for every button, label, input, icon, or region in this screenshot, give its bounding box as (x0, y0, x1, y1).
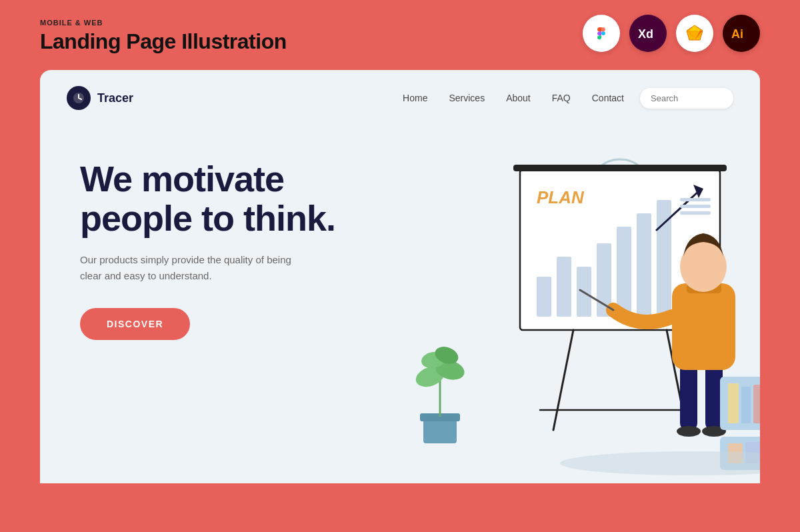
navbar: Tracer Home Services About FAQ Contact (40, 70, 760, 126)
svg-point-30 (677, 426, 701, 437)
nav-contact[interactable]: Contact (592, 93, 624, 103)
svg-rect-18 (537, 277, 551, 317)
hero-heading: We motivate people to think. (80, 159, 335, 239)
svg-rect-13 (513, 165, 727, 171)
svg-rect-47 (753, 385, 760, 423)
nav-home[interactable]: Home (403, 93, 427, 103)
nav-faq[interactable]: FAQ (552, 93, 571, 103)
svg-rect-25 (680, 198, 711, 201)
banner: MOBILE & WEB Landing Page Illustration X… (0, 0, 800, 70)
svg-rect-23 (637, 213, 651, 317)
figma-icon (583, 15, 620, 52)
svg-text:Xd: Xd (638, 27, 653, 41)
hero-text: We motivate people to think. Our product… (80, 146, 335, 340)
svg-rect-46 (741, 387, 751, 423)
ai-icon: Ai (723, 15, 760, 52)
logo-icon (67, 86, 91, 110)
logo: Tracer (67, 86, 133, 110)
svg-rect-28 (680, 363, 697, 430)
nav-services[interactable]: Services (449, 93, 485, 103)
search-input[interactable] (640, 88, 733, 109)
hero-subtext: Our products simply provide the quality … (80, 252, 307, 284)
svg-rect-26 (680, 205, 711, 208)
svg-rect-22 (617, 227, 631, 317)
xd-icon: Xd (629, 15, 667, 52)
svg-rect-45 (728, 383, 739, 423)
nav-links: Home Services About FAQ Contact (403, 93, 624, 103)
sketch-icon (676, 15, 713, 52)
discover-button[interactable]: DISCOVER (80, 308, 190, 340)
svg-line-14 (553, 330, 573, 430)
logo-text: Tracer (97, 91, 133, 105)
svg-rect-32 (672, 283, 735, 370)
svg-text:Ai: Ai (731, 27, 743, 41)
nav-about[interactable]: About (506, 93, 531, 103)
svg-rect-27 (680, 211, 711, 215)
main-card: Tracer Home Services About FAQ Contact W… (40, 70, 760, 483)
svg-point-52 (560, 451, 760, 475)
tool-icons-group: Xd Ai (583, 15, 760, 52)
illustration: PLAN (293, 123, 760, 483)
svg-rect-19 (557, 257, 571, 317)
svg-text:PLAN: PLAN (537, 187, 585, 207)
